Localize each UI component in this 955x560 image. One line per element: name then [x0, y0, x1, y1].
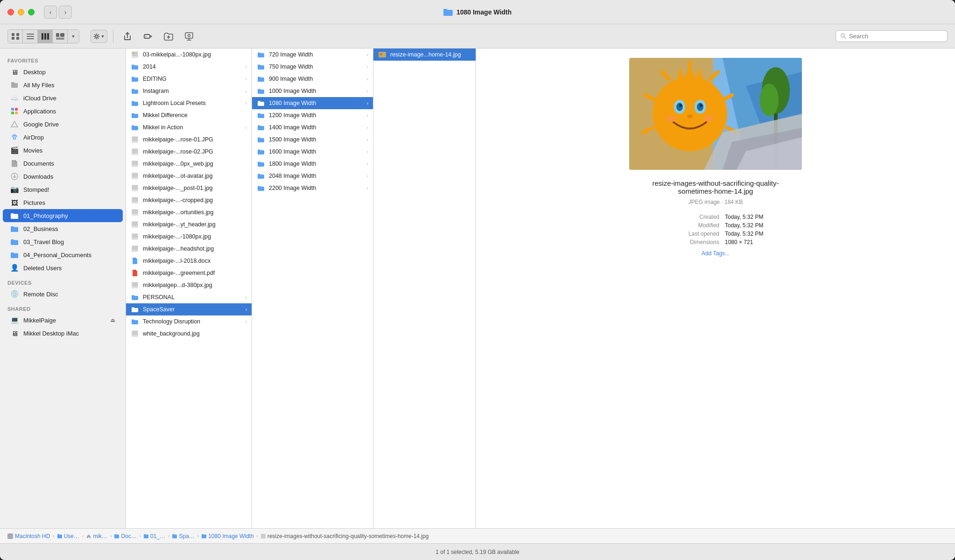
list-item[interactable]: Mikkel Difference: [126, 109, 252, 121]
sidebar-item-03-travel[interactable]: 03_Travel Blog: [3, 235, 123, 248]
list-item[interactable]: Lightroom Local Presets ›: [126, 97, 252, 109]
list-item[interactable]: resize-image...home-14.jpg: [373, 49, 476, 61]
list-item[interactable]: mikkelpaige-...l-2018.docx: [126, 255, 252, 267]
connect-button[interactable]: [181, 29, 197, 44]
list-item[interactable]: mikkelpaige-...rose-01.JPG: [126, 133, 252, 146]
sidebar-item-airdrop[interactable]: AirDrop: [3, 131, 123, 144]
back-button[interactable]: ‹: [44, 6, 57, 19]
list-item[interactable]: white_background.jpg: [126, 328, 252, 340]
svg-rect-33: [132, 149, 138, 153]
list-item[interactable]: 1600 Image Width ›: [252, 146, 373, 158]
breadcrumb-hd[interactable]: Macintosh HD: [7, 533, 50, 539]
list-item[interactable]: 2014 ›: [126, 61, 252, 73]
sidebar-item-desktop[interactable]: 🖥 Desktop: [3, 65, 123, 78]
search-input[interactable]: [849, 33, 942, 40]
sidebar-item-icloud[interactable]: ☁️ iCloud Drive: [3, 91, 123, 105]
shared-header: Shared: [0, 301, 126, 314]
breadcrumb-separator: ›: [82, 533, 84, 539]
photography-folder-icon: [10, 211, 19, 220]
dimensions-label: Dimensions: [677, 239, 719, 245]
list-item[interactable]: 900 Image Width ›: [252, 73, 373, 85]
list-item[interactable]: Technology Disruption ›: [126, 315, 252, 328]
list-item[interactable]: mikkelpaige-...rose-02.JPG: [126, 146, 252, 158]
file-name: SpaceSaver: [143, 306, 242, 313]
sidebar-item-deleted-users[interactable]: 👤 Deleted Users: [3, 261, 123, 274]
last-opened-row: Last opened Today, 5:32 PM: [636, 230, 795, 238]
list-item[interactable]: mikkelpaige-...0px_web.jpg: [126, 158, 252, 170]
list-item[interactable]: mikkelpaige-...-1080px.jpg: [126, 231, 252, 243]
list-item[interactable]: Instagram ›: [126, 85, 252, 97]
tag-button[interactable]: [140, 29, 156, 44]
action-button[interactable]: ▼: [91, 30, 107, 43]
sidebar-item-mikkelpaige[interactable]: 💻 MikkelPaige ⏏: [3, 314, 123, 327]
list-item[interactable]: mikkelpaige-...yt_header.jpg: [126, 218, 252, 231]
folder-breadcrumb-icon: [172, 534, 177, 539]
sidebar-item-pictures[interactable]: 🖼 Pictures: [3, 196, 123, 209]
maximize-button[interactable]: [28, 9, 35, 15]
sidebar-item-remote-disc[interactable]: 💿 Remote Disc: [3, 287, 123, 301]
breadcrumb-doc[interactable]: Doc…: [114, 533, 136, 539]
forward-button[interactable]: ›: [59, 6, 72, 19]
list-item[interactable]: mikkelpaige-...ot-avatar.jpg: [126, 170, 252, 182]
search-bar[interactable]: [836, 30, 948, 42]
list-item[interactable]: 1400 Image Width ›: [252, 121, 373, 133]
list-item[interactable]: 2048 Image Width ›: [252, 170, 373, 182]
list-item[interactable]: SpaceSaver ›: [126, 303, 252, 315]
list-item[interactable]: 1200 Image Width ›: [252, 109, 373, 121]
list-item[interactable]: mikkelpaigep...d-380px.jpg: [126, 279, 252, 291]
sidebar-item-google-drive[interactable]: Google Drive: [3, 118, 123, 131]
breadcrumb-label: Macintosh HD: [15, 533, 50, 539]
breadcrumb-home[interactable]: mik…: [86, 533, 107, 539]
sidebar-item-applications[interactable]: / Applications: [3, 105, 123, 118]
list-item[interactable]: PERSONAL ›: [126, 291, 252, 303]
list-item[interactable]: 1800 Image Width ›: [252, 158, 373, 170]
breadcrumb-01[interactable]: 01_…: [144, 533, 165, 539]
list-item[interactable]: Mikkel in Action ›: [126, 121, 252, 133]
list-item[interactable]: 03-mikkelpai...-1080px.jpg: [126, 49, 252, 61]
folder-icon: [131, 111, 139, 119]
list-item[interactable]: mikkelpaige-...ortunities.jpg: [126, 206, 252, 218]
list-item[interactable]: 2200 Image Width ›: [252, 182, 373, 194]
sidebar-item-stomped[interactable]: 📷 Stomped!: [3, 183, 123, 196]
all-files-icon: [10, 81, 19, 89]
sidebar-item-mikkel-desktop[interactable]: 🖥 Mikkel Desktop iMac: [3, 327, 123, 340]
sidebar-item-01-photography[interactable]: 01_Photography: [3, 209, 123, 222]
sidebar-item-downloads[interactable]: Downloads: [3, 170, 123, 183]
minimize-button[interactable]: [18, 9, 24, 15]
list-item[interactable]: EDITING ›: [126, 73, 252, 85]
stomped-icon: 📷: [10, 185, 19, 194]
list-view-button[interactable]: [23, 30, 38, 43]
eject-icon[interactable]: ⏏: [110, 317, 115, 323]
new-folder-button[interactable]: [160, 29, 177, 44]
file-name: 1500 Image Width: [269, 136, 363, 143]
breadcrumb-1080[interactable]: 1080 Image Width: [202, 533, 253, 539]
column-view-button[interactable]: [38, 30, 53, 43]
list-item[interactable]: mikkelpaige-...greement.pdf: [126, 267, 252, 279]
image-icon: [131, 220, 139, 229]
list-item[interactable]: 750 Image Width ›: [252, 61, 373, 73]
image-icon: [131, 232, 139, 241]
sidebar-item-04-personal[interactable]: 04_Personal_Documents: [3, 248, 123, 261]
view-options-button[interactable]: ▼: [68, 30, 79, 43]
list-item[interactable]: 1000 Image Width ›: [252, 85, 373, 97]
breadcrumb-users[interactable]: Use…: [57, 533, 79, 539]
list-item[interactable]: mikkelpaige-..._post-01.jpg: [126, 182, 252, 194]
list-item[interactable]: mikkelpaige-...-cropped.jpg: [126, 194, 252, 206]
list-item[interactable]: 720 Image Width ›: [252, 49, 373, 61]
add-tags-button[interactable]: Add Tags...: [702, 250, 730, 257]
sidebar-item-movies[interactable]: 🎬 Movies: [3, 144, 123, 157]
icon-view-button[interactable]: [8, 30, 23, 43]
sidebar-label-stomped: Stomped!: [23, 186, 49, 193]
list-item[interactable]: 1500 Image Width ›: [252, 133, 373, 146]
share-button[interactable]: [119, 29, 136, 44]
cover-flow-button[interactable]: [53, 30, 68, 43]
breadcrumb-spa[interactable]: Spa…: [172, 533, 194, 539]
list-item[interactable]: mikkelpaige-...headshot.jpg: [126, 243, 252, 255]
created-row: Created Today, 5:32 PM: [636, 213, 795, 221]
sidebar-item-documents[interactable]: Documents: [3, 157, 123, 170]
close-button[interactable]: [7, 9, 14, 15]
file-name: 2048 Image Width: [269, 173, 363, 179]
list-item[interactable]: 1080 Image Width ›: [252, 97, 373, 109]
sidebar-item-all-my-files[interactable]: All My Files: [3, 78, 123, 91]
sidebar-item-02-business[interactable]: 02_Business: [3, 222, 123, 235]
